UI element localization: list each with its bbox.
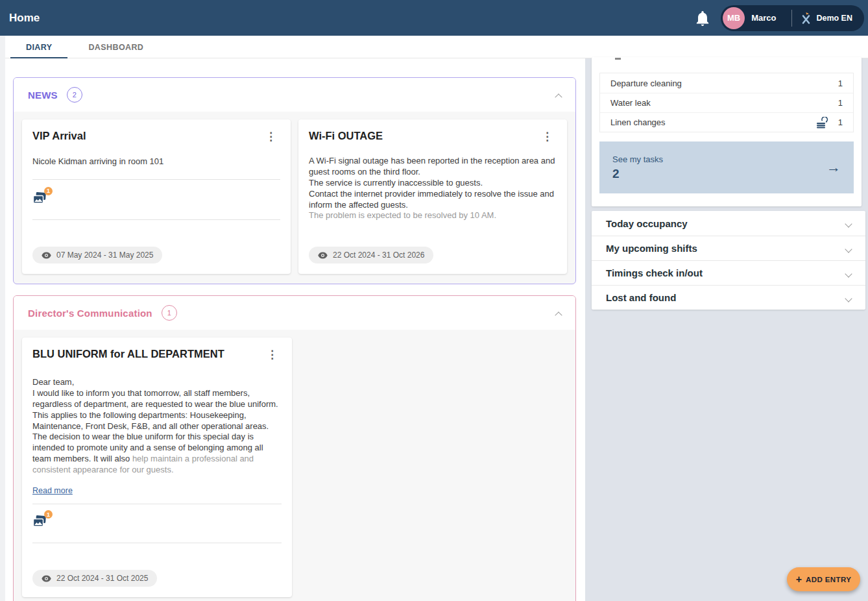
body-line-muted: The problem is expected to be resolved b… [309,210,557,221]
body-line: The decision to wear the blue uniform fo… [32,432,282,476]
chevron-up-icon [555,93,562,101]
eye-icon [42,575,51,582]
attachment-button[interactable]: 1 [32,191,47,205]
attachment-count-badge: 1 [44,187,53,195]
accordion-timings-check-in-out[interactable]: Timings check in/out [592,260,865,285]
right-sidebar-content: Departure cleaning 1 Water leak 1 Linen … [585,58,868,601]
chevron-down-icon [846,292,851,304]
date-range-text: 07 May 2024 - 31 May 2025 [56,251,153,260]
body-line: This applies to the following department… [32,410,282,432]
task-type-list: Departure cleaning 1 Water leak 1 Linen … [599,73,854,132]
news-card-vip-arrival: VIP Arrival ⋮ Nicole Kidman arriving in … [22,119,291,274]
divider [32,219,280,220]
workspace-label: Demo EN [816,14,852,23]
notifications-button[interactable] [690,5,716,31]
body-line: The service is currently inaccessible to… [309,178,557,189]
date-range-text: 22 Oct 2024 - 31 Oct 2026 [333,251,424,260]
app-root: Home MB Marco [0,0,868,601]
divider [32,179,280,180]
body-line: Contact the internet provider immediatel… [309,189,557,211]
body-line: Dear team, [32,377,282,388]
attachment-button[interactable]: 1 [32,515,47,528]
sidebar-accordions: Today occupancy My upcoming shifts Timin… [592,211,865,310]
accordion-today-occupancy[interactable]: Today occupancy [592,211,865,236]
accordion-label: Today occupancy [606,218,688,229]
attachment-count-badge: 1 [44,510,53,519]
news-card-wifi-outage: Wi-Fi OUTAGE ⋮ A Wi-Fi signal outage has… [298,119,567,274]
chevron-up-icon [555,312,562,319]
news-section: NEWS 2 VIP Arrival ⋮ Nicole Kidman arriv… [13,77,576,284]
user-menu[interactable]: MB Marco Demo EN [721,5,864,31]
user-name: Marco [751,13,776,23]
task-count: 1 [838,79,843,88]
linen-change-icon [816,117,829,129]
tab-diary[interactable]: DIARY [10,36,67,58]
news-collapse-button[interactable] [556,89,561,101]
kebab-menu-icon[interactable]: ⋮ [538,130,557,143]
news-count-badge: 2 [67,87,82,103]
add-entry-button[interactable]: + ADD ENTRY [787,567,860,591]
card-title: VIP Arrival [32,130,86,142]
visibility-date-range: 22 Oct 2024 - 31 Oct 2026 [309,247,433,264]
chevron-down-icon [846,267,851,279]
arrow-right-icon: → [826,159,841,176]
divider [32,543,282,543]
brand-mascot-icon [801,12,811,25]
news-section-body: VIP Arrival ⋮ Nicole Kidman arriving in … [14,112,575,282]
tab-dashboard[interactable]: DASHBOARD [73,36,159,58]
avatar: MB [723,7,745,29]
date-range-text: 22 Oct 2024 - 31 Oct 2025 [56,574,148,583]
directors-communication-section: Director's Communication 1 BLU UNIFORM f… [13,295,576,601]
top-bar-right: MB Marco Demo EN [690,0,864,36]
eye-icon [42,252,51,259]
directors-count-badge: 1 [162,305,177,321]
pill-divider [791,10,792,27]
eye-icon [318,252,328,259]
top-bar: Home MB Marco [0,0,868,36]
see-my-tasks-button[interactable]: See my tasks 2 → [599,141,854,193]
news-section-header[interactable]: NEWS 2 [14,78,575,112]
card-body-text: Dear team, I would like to inform you th… [32,377,282,476]
kebab-menu-icon[interactable]: ⋮ [261,130,280,143]
read-more-link[interactable]: Read more [32,486,73,495]
task-row-linen-changes[interactable]: Linen changes 1 [600,112,853,132]
task-row-water-leak[interactable]: Water leak 1 [600,93,853,112]
accordion-label: Lost and found [606,292,676,303]
chevron-down-icon [846,243,851,254]
workspace-switcher[interactable]: Demo EN [801,12,852,25]
directors-card-blu-uniform: BLU UNIFORM for ALL DEPARTMENT ⋮ Dear te… [22,337,292,597]
task-count: 1 [838,117,843,127]
task-label: Water leak [610,98,651,108]
news-section-title: NEWS [28,90,58,101]
add-entry-label: ADD ENTRY [806,576,851,583]
visibility-date-range: 22 Oct 2024 - 31 Oct 2025 [32,570,157,587]
see-my-tasks-label: See my tasks [612,154,663,164]
accordion-lost-and-found[interactable]: Lost and found [592,285,865,310]
body-line: A Wi-Fi signal outage has been reported … [309,156,557,178]
see-my-tasks-count: 2 [612,167,663,181]
accordion-label: My upcoming shifts [606,243,697,254]
clipped-card-title-remnant [615,58,621,60]
task-label: Linen changes [610,117,666,127]
kebab-menu-icon[interactable]: ⋮ [263,348,282,362]
accordion-my-upcoming-shifts[interactable]: My upcoming shifts [592,236,865,260]
directors-section-header[interactable]: Director's Communication 1 [14,296,575,330]
plus-icon: + [796,574,802,585]
page-title: Home [9,12,40,25]
accordion-label: Timings check in/out [606,267,703,278]
task-count: 1 [838,98,843,108]
tab-bar: DIARY DASHBOARD [5,36,868,58]
chevron-down-icon [846,217,851,229]
directors-section-body: BLU UNIFORM for ALL DEPARTMENT ⋮ Dear te… [14,330,575,601]
my-tasks-card: Departure cleaning 1 Water leak 1 Linen … [592,57,862,206]
card-title: BLU UNIFORM for ALL DEPARTMENT [32,348,224,360]
divider [32,504,282,504]
visibility-date-range: 07 May 2024 - 31 May 2025 [32,247,162,264]
body-line: I would like to inform you that tomorrow… [32,388,282,410]
directors-section-title: Director's Communication [28,308,152,319]
task-row-departure-cleaning[interactable]: Departure cleaning 1 [600,73,853,93]
card-body-text: A Wi-Fi signal outage has been reported … [309,156,557,221]
card-body-text: Nicole Kidman arriving in room 101 [32,156,280,167]
directors-collapse-button[interactable] [556,307,561,319]
task-label: Departure cleaning [610,79,682,88]
